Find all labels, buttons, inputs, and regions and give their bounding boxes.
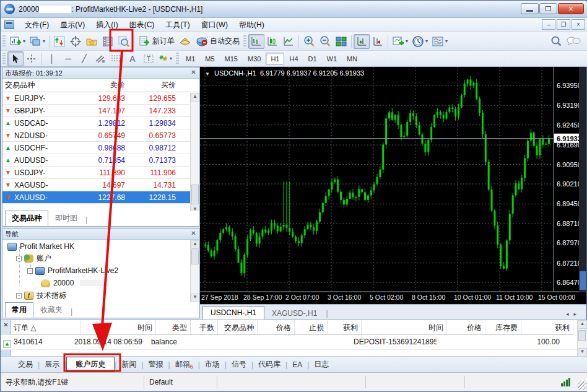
- market-watch-row-nzdusd[interactable]: ▼NZDUSD-0.657490.65773: [2, 129, 199, 142]
- chat-button[interactable]: [564, 34, 583, 49]
- terminal-column-2[interactable]: 类型: [156, 320, 191, 334]
- new-order-button[interactable]: 新订单: [136, 34, 176, 49]
- periods-button[interactable]: ▾: [410, 34, 430, 49]
- terminal-column-9[interactable]: 价格: [447, 320, 485, 334]
- timeframe-h1-button[interactable]: H1: [266, 53, 284, 65]
- terminal-column-7[interactable]: 获利: [328, 320, 362, 334]
- bar-chart-button[interactable]: [248, 34, 264, 49]
- timeframe-m30-button[interactable]: M30: [243, 53, 266, 65]
- mdi-minimize-button[interactable]: –: [542, 19, 555, 30]
- scroll-up-icon[interactable]: ▲: [578, 320, 587, 329]
- menu-item-0[interactable]: 文件(F): [19, 19, 54, 31]
- menu-item-6[interactable]: 帮助(H): [233, 19, 270, 31]
- terminal-button[interactable]: [100, 34, 116, 49]
- chart-caret-icon[interactable]: ▼: [205, 71, 210, 77]
- new-chart-button[interactable]: ▾: [7, 34, 27, 49]
- autotrading-button[interactable]: 自动交易: [194, 34, 241, 49]
- zoom-out-button[interactable]: [317, 34, 333, 49]
- menu-item-1[interactable]: 显示(V): [54, 19, 90, 31]
- market-watch-row-eurjpy[interactable]: ▼EURJPY-129.633129.655: [2, 92, 199, 105]
- resize-grip[interactable]: [578, 381, 586, 390]
- tree-item-account[interactable]: 20000: [41, 277, 108, 289]
- channel-button[interactable]: E: [92, 51, 108, 66]
- chart-tabs-right-icon[interactable]: ▸: [573, 311, 581, 317]
- terminal-column-5[interactable]: 价格: [258, 320, 295, 334]
- text-label-button[interactable]: T: [141, 51, 157, 66]
- menu-item-2[interactable]: 插入(I): [90, 19, 123, 31]
- terminal-tab-1[interactable]: 展示: [40, 357, 64, 372]
- search-button[interactable]: [548, 34, 564, 49]
- market-watch-close-icon[interactable]: ✕: [189, 69, 198, 77]
- navigator-scrollbar[interactable]: ▲ ▼: [190, 240, 199, 302]
- terminal-tab-5[interactable]: 邮箱6: [170, 357, 198, 372]
- terminal-tab-2[interactable]: 账户历史: [66, 357, 115, 372]
- tab-common[interactable]: 常用: [5, 302, 33, 318]
- terminal-tab-4[interactable]: 警报: [144, 357, 168, 372]
- market-watch-row-audusd[interactable]: ▲AUDUSD-0.713540.71373: [2, 154, 199, 167]
- terminal-column-4[interactable]: 交易品种: [218, 320, 258, 334]
- terminal-close-icon[interactable]: ✕: [2, 321, 10, 329]
- tab-tick-chart[interactable]: 即时图: [48, 211, 84, 226]
- mdi-restore-button[interactable]: ❐: [557, 19, 570, 30]
- terminal-column-8[interactable]: 时间: [362, 320, 447, 334]
- menu-item-5[interactable]: 窗口(W): [196, 19, 233, 31]
- timeframe-mn-button[interactable]: MN: [342, 53, 362, 65]
- terminal-column-11[interactable]: 获利: [521, 320, 573, 334]
- market-watch-title[interactable]: 市场报价: 01:39:12 ✕: [2, 68, 199, 79]
- market-watch-row-gbpjpy[interactable]: ▼GBPJPY-147.197147.233: [2, 105, 199, 117]
- menu-item-4[interactable]: 工具(T): [160, 19, 195, 31]
- indicators-button[interactable]: ▾: [390, 34, 410, 49]
- collapse-icon[interactable]: -: [16, 256, 22, 261]
- candlestick-button[interactable]: [264, 34, 280, 49]
- scroll-up-icon[interactable]: ▲: [191, 240, 199, 249]
- navigator-button[interactable]: [84, 34, 100, 49]
- navigator-close-icon[interactable]: ✕: [189, 230, 198, 238]
- tree-item-indicators[interactable]: - f 技术指标: [16, 290, 66, 301]
- scroll-down-icon[interactable]: ▼: [578, 348, 587, 357]
- templates-button[interactable]: ▾: [430, 34, 450, 49]
- terminal-row-3410614[interactable]: ▲34106142018.09.14 08:06:59balanceDEPOSI…: [1, 335, 587, 350]
- terminal-column-3[interactable]: 手数: [191, 320, 218, 334]
- terminal-column-10[interactable]: 库存费: [485, 320, 521, 334]
- terminal-column-0[interactable]: 订单 △: [11, 320, 80, 334]
- terminal-tab-0[interactable]: 交易: [13, 357, 38, 372]
- strategy-tester-button[interactable]: [116, 34, 132, 49]
- chart-tab-xagusd[interactable]: XAGUSD-,H1: [264, 307, 324, 320]
- tree-item-accounts[interactable]: - 账户: [16, 253, 51, 264]
- market-watch-row-xagusd[interactable]: ▼XAGUSD-14.69714.731: [2, 179, 199, 191]
- terminal-tab-3[interactable]: 新闻: [116, 357, 141, 372]
- terminal-tab-9[interactable]: EA: [287, 358, 307, 372]
- minimize-button[interactable]: [521, 3, 539, 14]
- terminal-column-6[interactable]: 止损: [295, 320, 328, 334]
- timeframe-h4-button[interactable]: H4: [284, 53, 303, 65]
- terminal-tab-7[interactable]: 信号: [227, 357, 251, 372]
- chart-tabs-left-icon[interactable]: ◂: [566, 311, 574, 317]
- terminal-tab-10[interactable]: 日志: [309, 357, 334, 372]
- market-watch-row-xauusd[interactable]: ▼XAUUSD-1227.681228.15: [2, 191, 199, 204]
- timeframe-w1-button[interactable]: W1: [322, 53, 342, 65]
- terminal-tab-6[interactable]: 市场: [200, 357, 225, 372]
- metaeditor-button[interactable]: [176, 34, 194, 49]
- candlestick-chart[interactable]: 27 Sep 201828 Sep 17:002 Oct 07:003 Oct …: [200, 67, 586, 304]
- arrows-button[interactable]: ▾: [157, 51, 174, 66]
- close-button[interactable]: ✕: [558, 3, 584, 14]
- restore-button[interactable]: [539, 3, 557, 14]
- text-button[interactable]: A: [124, 51, 141, 66]
- tree-item-server[interactable]: - ProfitMarketHK-Live2: [27, 265, 118, 276]
- chart-shift-button[interactable]: [354, 34, 370, 49]
- market-watch-button[interactable]: [51, 34, 67, 49]
- market-watch-row-usdjpy[interactable]: ▼USDJPY-111.890111.906: [2, 167, 199, 179]
- auto-scroll-button[interactable]: [370, 34, 386, 49]
- market-watch-scrollbar[interactable]: ▲ ▼: [190, 93, 199, 214]
- data-window-button[interactable]: [67, 34, 84, 49]
- crosshair-tool-button[interactable]: [24, 51, 40, 66]
- collapse-icon[interactable]: -: [27, 268, 33, 274]
- timeframe-m1-button[interactable]: M1: [181, 53, 200, 65]
- navigator-title[interactable]: 导航 ✕: [2, 229, 199, 240]
- title-bar[interactable]: 20000: ProfitMarketHK-Live2 - [USDCNH-,H…: [1, 1, 587, 18]
- chart-area[interactable]: 27 Sep 201828 Sep 17:002 Oct 07:003 Oct …: [200, 67, 586, 304]
- tree-item-broker[interactable]: Profit Market HK: [7, 241, 74, 252]
- market-watch-row-usdcad[interactable]: ▲USDCAD-1.298121.29834: [2, 117, 199, 129]
- mdi-close-button[interactable]: ×: [572, 19, 585, 30]
- zoom-in-button[interactable]: [301, 34, 317, 49]
